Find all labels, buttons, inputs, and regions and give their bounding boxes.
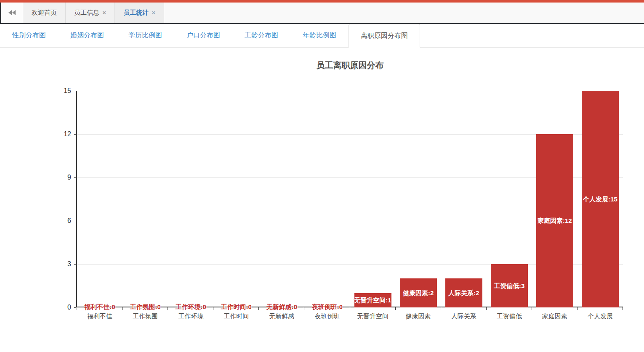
y-axis-label: 3 [51,259,71,269]
x-axis-label: 人际关系 [441,312,487,321]
bar-value-label: 家庭因素:12 [519,216,590,225]
subtab-marriage-chart[interactable]: 婚姻分布图 [58,24,116,47]
resignation-reason-bar-chart[interactable]: 03691215福利不佳:0福利不佳工作氛围:0工作氛围工作环境:0工作环境工作… [0,48,644,352]
x-axis-label: 健康因素 [396,312,441,321]
y-axis-line [76,91,77,307]
x-axis-tick [623,307,623,310]
bar-value-label: 个人发展:15 [565,195,636,204]
collapse-tabs-button[interactable] [1,3,23,23]
x-axis-tick [577,307,577,310]
x-axis-tick [395,307,396,310]
close-tab-icon[interactable]: ✕ [102,10,106,16]
y-axis-label: 9 [51,173,71,182]
x-axis-label: 工作环境 [168,312,213,321]
double-left-arrow-icon [8,10,12,15]
x-axis-label: 工作氛围 [122,312,168,321]
subtab-household-chart[interactable]: 户口分布图 [174,24,232,47]
chart-panel: 员工离职原因分布 03691215福利不佳:0福利不佳工作氛围:0工作氛围工作环… [0,48,644,352]
x-axis-tick [441,307,441,310]
x-axis-tick [486,307,487,310]
x-axis-label: 工资偏低 [487,312,532,321]
x-axis-label: 福利不佳 [77,312,122,321]
tab-label: 欢迎首页 [32,9,57,17]
tab-employee-info[interactable]: 员工信息 ✕ [66,3,115,23]
chart-subtabs: 性别分布图 婚姻分布图 学历比例图 户口分布图 工龄分布图 年龄比例图 离职原因… [0,24,644,48]
y-axis-label: 15 [51,86,71,95]
x-axis-label: 夜班倒班 [304,312,350,321]
subtab-resignation-reason-chart[interactable]: 离职原因分布图 [349,24,420,48]
bar-value-label: 工资偏低:3 [474,281,545,291]
subtab-education-chart[interactable]: 学历比例图 [116,24,174,47]
window-tabstrip: 欢迎首页 员工信息 ✕ 员工统计 ✕ [0,3,644,24]
tab-welcome-home[interactable]: 欢迎首页 [23,3,66,23]
close-tab-icon[interactable]: ✕ [152,10,155,16]
x-axis-label: 无晋升空间 [350,312,396,321]
subtab-gender-chart[interactable]: 性别分布图 [0,24,58,47]
tab-label: 员工信息 [74,9,99,17]
x-axis-label: 工作时间 [213,312,259,321]
subtab-seniority-chart[interactable]: 工龄分布图 [232,24,290,47]
subtab-age-chart[interactable]: 年龄比例图 [290,24,349,47]
x-axis-label: 家庭因素 [532,312,577,321]
x-axis-label: 无新鲜感 [259,312,304,321]
y-axis-label: 6 [51,216,71,225]
y-axis-label: 12 [51,130,71,139]
tab-employee-stats[interactable]: 员工统计 ✕ [115,3,164,23]
gridline [77,91,623,91]
double-left-arrow-icon [12,10,16,15]
x-axis-tick [532,307,532,310]
x-axis-label: 个人发展 [577,312,623,321]
tab-label: 员工统计 [123,9,149,17]
